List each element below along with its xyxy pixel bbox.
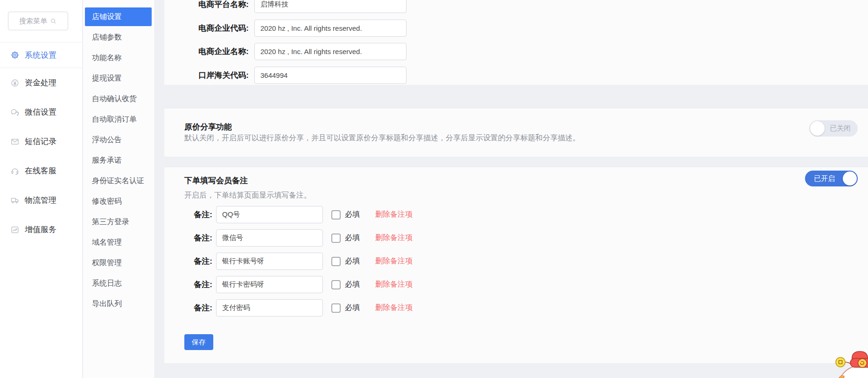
search-input[interactable]: 搜索菜单 [8, 12, 68, 30]
sidebar-item-truck[interactable]: 物流管理 [0, 186, 82, 215]
delete-note-link[interactable]: 删除备注项 [375, 233, 413, 243]
form-input[interactable] [254, 43, 406, 60]
main-sidebar: 搜索菜单 系统设置 资金处理 微信设置 短信记录 在线客服 物流管理 增值服务 [0, 0, 83, 378]
delete-note-link[interactable]: 删除备注项 [375, 280, 413, 289]
sidebar-item-headset[interactable]: 在线客服 [0, 156, 82, 186]
required-checkbox[interactable] [331, 210, 341, 220]
mail-icon [10, 137, 20, 146]
share-section-title: 原价分享功能 [184, 122, 232, 132]
store-settings-page: 搜索菜单 系统设置 资金处理 微信设置 短信记录 在线客服 物流管理 增值服务 … [0, 0, 868, 378]
search-placeholder: 搜索菜单 [19, 17, 47, 26]
save-button[interactable]: 保存 [184, 334, 213, 350]
note-toggle[interactable]: 已开启 [805, 171, 858, 186]
note-label: 备注: [164, 256, 212, 267]
required-label: 必填 [345, 280, 360, 289]
note-row: 备注: 必填 删除备注项 [164, 229, 413, 247]
sidebar-item-label: 系统设置 [25, 50, 56, 61]
store-info-card: 电商平台名称: 电商企业代码: 电商企业名称: 口岸海关代码: [164, 0, 868, 85]
submenu-item[interactable]: 店铺设置 [85, 7, 152, 26]
submenu-item[interactable]: 提现设置 [85, 69, 152, 88]
form-label: 口岸海关代码: [164, 70, 249, 81]
submenu-item[interactable]: 导出队列 [85, 295, 152, 313]
submenu-item[interactable]: 系统日志 [85, 274, 152, 293]
submenu-item[interactable]: 身份证实名认证 [85, 172, 152, 190]
submenu-item[interactable]: 域名管理 [85, 233, 152, 252]
note-label: 备注: [164, 279, 212, 290]
toggle-label: 已关闭 [830, 120, 851, 137]
submenu-item[interactable]: 修改密码 [85, 192, 152, 211]
submenu-item[interactable]: 浮动公告 [85, 131, 152, 149]
note-input[interactable] [216, 299, 323, 316]
note-label: 备注: [164, 233, 212, 243]
delete-note-link[interactable]: 删除备注项 [375, 210, 413, 220]
note-row: 备注: 必填 删除备注项 [164, 253, 413, 270]
form-row: 口岸海关代码: [164, 67, 406, 84]
required-label: 必填 [345, 303, 360, 313]
order-note-card: 下单填写会员备注 开启后，下单结算页面显示填写备注。 已开启 备注: 必填 删除… [164, 167, 868, 363]
sidebar-item-label: 增值服务 [25, 224, 56, 235]
search-area: 搜索菜单 [0, 0, 82, 42]
submenu-item-label: 权限管理 [92, 258, 122, 268]
form-row: 电商企业代码: [164, 20, 406, 37]
note-input[interactable] [216, 253, 323, 270]
note-input[interactable] [216, 276, 323, 293]
sidebar-item-gear[interactable]: 系统设置 [0, 42, 82, 68]
main-content: 电商平台名称: 电商企业代码: 电商企业名称: 口岸海关代码: 原价分享功能 默… [155, 0, 868, 378]
form-row: 电商企业名称: [164, 43, 406, 60]
submenu-item-label: 系统日志 [92, 279, 122, 289]
submenu-item[interactable]: 第三方登录 [85, 213, 152, 231]
sidebar-item-trend-chart[interactable]: 增值服务 [0, 215, 82, 244]
required-label: 必填 [345, 233, 360, 243]
sidebar-item-label: 短信记录 [25, 136, 56, 147]
toggle-knob [843, 172, 857, 186]
submenu-item-label: 店铺设置 [92, 12, 122, 22]
submenu-item[interactable]: 自动取消订单 [85, 110, 152, 129]
sidebar-item-label: 物流管理 [25, 195, 56, 206]
mascot-widget[interactable] [826, 349, 868, 378]
required-label: 必填 [345, 210, 360, 220]
required-checkbox[interactable] [331, 234, 341, 243]
form-input[interactable] [254, 67, 406, 84]
submenu-item-label: 浮动公告 [92, 135, 122, 145]
sidebar-item-label: 资金处理 [25, 77, 56, 88]
required-checkbox[interactable] [331, 257, 341, 266]
wechat-icon [10, 108, 20, 117]
main-menu: 系统设置 资金处理 微信设置 短信记录 在线客服 物流管理 增值服务 [0, 42, 82, 244]
submenu-item-label: 域名管理 [92, 238, 122, 247]
required-checkbox[interactable] [331, 280, 341, 289]
note-label: 备注: [164, 209, 212, 220]
headset-icon [10, 166, 20, 176]
required-checkbox[interactable] [331, 303, 341, 313]
submenu-item[interactable]: 权限管理 [85, 254, 152, 272]
sidebar-item-wechat[interactable]: 微信设置 [0, 97, 82, 127]
search-icon [50, 18, 57, 25]
note-section-description: 开启后，下单结算页面显示填写备注。 [184, 191, 311, 200]
yen-circle-icon [10, 78, 20, 88]
note-row: 备注: 必填 删除备注项 [164, 206, 413, 223]
submenu-item-label: 功能名称 [92, 53, 122, 63]
settings-submenu: 店铺设置 店铺参数 功能名称 提现设置 自动确认收货 自动取消订单 浮动公告 服… [83, 0, 155, 378]
form-input[interactable] [254, 0, 406, 13]
submenu-item-label: 自动确认收货 [92, 94, 137, 104]
submenu-item[interactable]: 服务承诺 [85, 151, 152, 170]
note-input[interactable] [216, 229, 323, 247]
submenu-item-label: 自动取消订单 [92, 115, 137, 124]
sidebar-item-yen-circle[interactable]: 资金处理 [0, 68, 82, 97]
submenu-item[interactable]: 自动确认收货 [85, 89, 152, 108]
sidebar-item-mail[interactable]: 短信记录 [0, 127, 82, 156]
submenu-item-label: 提现设置 [92, 74, 122, 83]
delete-note-link[interactable]: 删除备注项 [375, 256, 413, 266]
submenu-item[interactable]: 功能名称 [85, 48, 152, 67]
form-label: 电商企业代码: [164, 23, 249, 34]
submenu-item[interactable]: 店铺参数 [85, 28, 152, 47]
note-input[interactable] [216, 206, 323, 223]
note-row: 备注: 必填 删除备注项 [164, 276, 413, 293]
gear-icon [10, 50, 20, 60]
delete-note-link[interactable]: 删除备注项 [375, 303, 413, 313]
form-row: 电商平台名称: [164, 0, 406, 13]
share-toggle[interactable]: 已关闭 [809, 120, 858, 137]
submenu-item-label: 修改密码 [92, 197, 122, 206]
share-section-description: 默认关闭，开启后可以进行原价分享，并且可以设置原价分享标题和分享描述，分享后显示… [184, 133, 580, 143]
sidebar-item-label: 在线客服 [25, 165, 56, 176]
form-input[interactable] [254, 20, 406, 37]
